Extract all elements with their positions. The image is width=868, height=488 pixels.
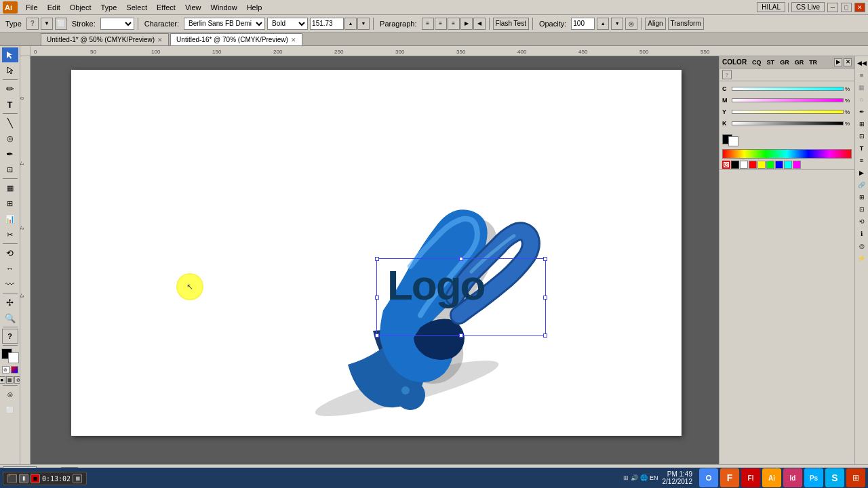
align-justify2-button[interactable]: ◀ [473,18,486,30]
red-swatch[interactable] [749,161,757,169]
white-swatch[interactable] [740,161,748,169]
taskbar-skype[interactable]: S [825,468,844,487]
minimize-button[interactable]: ─ [827,3,838,12]
shape-tool[interactable]: ◎ [2,131,18,146]
rec-stop-btn[interactable]: ■ [31,474,40,483]
type-options-button[interactable]: ▼ [41,18,53,30]
ri-graphic[interactable]: ⊡ [856,131,867,142]
ri-opacity2[interactable]: ◎ [856,241,867,251]
close-button[interactable]: ✕ [854,3,865,12]
c-slider[interactable] [732,87,844,91]
gradient-tool[interactable]: ▦ [2,180,18,195]
menu-select[interactable]: Select [122,2,151,13]
rec-end-btn[interactable]: ⏹ [73,474,82,483]
none-mode-btn[interactable]: ⊘ [14,376,20,384]
panel-tab-cq[interactable]: CQ [749,56,764,68]
black-swatch[interactable] [731,161,739,169]
none-color-box[interactable]: ⊘ [2,366,9,373]
panel-tab-gr1[interactable]: GR [777,56,792,68]
taskbar-photoshop[interactable]: Ps [804,468,823,487]
ri-type[interactable]: T [856,143,867,154]
taskbar-firefox[interactable]: F [720,468,739,487]
opacity-up[interactable]: ▲ [597,18,609,30]
rec-play-btn[interactable]: ⏸ [19,474,28,483]
cyan-swatch[interactable] [784,161,792,169]
warp-tool[interactable]: 〰 [2,277,18,291]
green-swatch[interactable] [766,161,774,169]
stroke-preview[interactable] [728,136,738,146]
opacity-options[interactable]: ▼ [611,18,623,30]
slice-tool[interactable]: ✂ [2,227,18,242]
scale-tool[interactable]: ↔ [2,261,18,276]
tab-1-close[interactable]: ✕ [291,37,296,43]
line-tool[interactable]: ╲ [2,115,18,130]
gradient-box[interactable] [11,366,18,373]
cs-live-button[interactable]: CS Live [791,2,825,12]
ri-info[interactable]: ℹ [856,228,867,239]
opacity-input[interactable] [571,18,595,30]
canvas-area[interactable]: Logo ↖ [31,56,719,464]
draw-mode-btn[interactable]: ◎ [2,387,18,402]
ri-expand[interactable]: ◀◀ [856,58,867,68]
menu-view[interactable]: View [181,2,205,13]
menu-help[interactable]: Help [243,2,267,13]
ri-actions[interactable]: ▶ [856,167,867,178]
ri-color[interactable]: ■ [856,70,867,81]
blend-tool[interactable]: ⊞ [2,196,18,211]
color-spectrum[interactable] [722,149,852,159]
font-size-input[interactable] [310,18,344,30]
taskbar-indesign[interactable]: Id [783,468,802,487]
color-mode-btn[interactable]: ■ [0,376,5,384]
menu-window[interactable]: Window [207,2,241,13]
hand-tool[interactable]: ✢ [2,295,18,310]
menu-object[interactable]: Object [66,2,96,13]
help-tool[interactable]: ? [2,329,18,344]
align-center-button[interactable]: ≡ [435,18,447,30]
m-slider[interactable] [732,98,844,102]
align-button[interactable]: Align [645,18,665,30]
panel-tab-st[interactable]: ST [764,56,778,68]
menu-edit[interactable]: Edit [43,2,64,13]
tab-0-close[interactable]: ✕ [157,37,163,43]
opacity-extra[interactable]: ◎ [625,18,637,30]
ri-flash[interactable]: ⚡ [856,253,867,264]
screen-mode-btn[interactable]: ⬜ [2,403,18,418]
font-family-select[interactable]: Berlin Sans FB Demi B [184,18,265,30]
ri-gradient[interactable]: ▦ [856,82,867,93]
none-swatch[interactable]: ⊘ [722,161,730,169]
align-right-button[interactable]: ≡ [448,18,460,30]
magenta-swatch[interactable] [793,161,801,169]
user-button[interactable]: HILAL [757,2,785,12]
zoom-tool[interactable]: 🔍 [2,310,18,325]
rotate-tool[interactable]: ⟲ [2,245,18,260]
stroke-select[interactable] [100,18,134,30]
menu-type[interactable]: Type [97,2,121,13]
stroke-color-box[interactable] [8,352,19,363]
tab-0[interactable]: Untitled-1* @ 50% (CMYK/Preview) ✕ [41,33,169,45]
align-left-button[interactable]: ≡ [422,18,434,30]
taskbar-chrome[interactable] [699,468,718,487]
taskbar-flash[interactable]: Fl [741,468,760,487]
mesh-tool[interactable]: ⊡ [2,162,18,177]
k-slider[interactable] [732,121,844,125]
ri-layer[interactable]: ≡ [856,155,867,166]
font-size-down[interactable]: ▼ [357,18,370,30]
ri-stroke[interactable]: ○ [856,94,867,105]
tray-icon-1[interactable]: ⊞ [623,474,629,481]
type-help-button[interactable]: ? [26,18,39,30]
panel-close-btn[interactable]: ✕ [844,58,852,66]
color-help-btn[interactable]: ? [722,70,732,79]
blue-swatch[interactable] [775,161,783,169]
ri-brush[interactable]: ✒ [856,106,867,117]
maximize-button[interactable]: □ [841,3,852,12]
flash-test-button[interactable]: Flash Test [493,18,529,30]
rec-prev-btn[interactable]: ⬛ [7,474,17,483]
tray-icon-3[interactable]: 🌐 [640,474,648,481]
gradient-mode-btn[interactable]: ▦ [6,376,14,384]
align-justify-button[interactable]: ▶ [460,18,473,30]
panel-expand-btn[interactable]: ▶ [834,58,842,66]
ri-links[interactable]: 🔗 [856,180,867,190]
tray-icon-2[interactable]: 🔊 [631,474,638,481]
menu-effect[interactable]: Effect [153,2,180,13]
brush-tool[interactable]: ✒ [2,146,18,161]
